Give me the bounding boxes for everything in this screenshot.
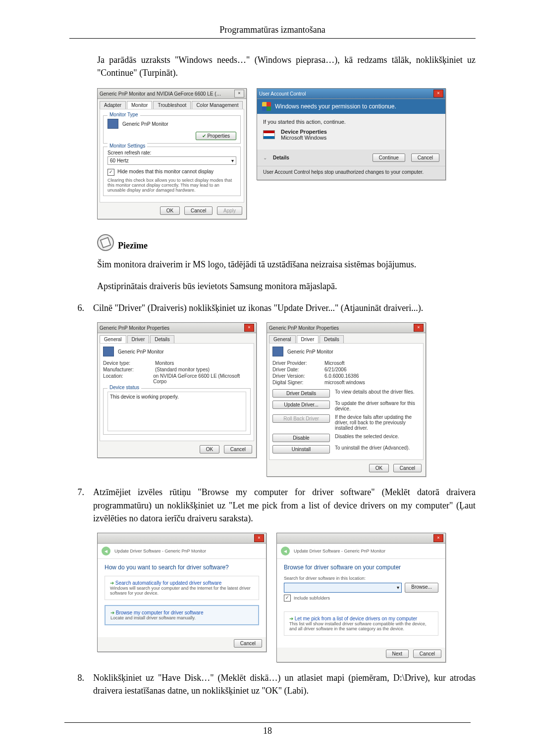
- chevron-down-icon[interactable]: ⌄: [263, 155, 267, 160]
- monitor-icon: [103, 347, 114, 356]
- continue-button[interactable]: Continue: [373, 153, 405, 162]
- close-icon[interactable]: ×: [414, 324, 424, 332]
- dialog-title: Generic PnP Monitor Properties: [100, 325, 169, 331]
- ok-button[interactable]: OK: [369, 464, 389, 472]
- note-icon: [97, 234, 114, 251]
- update-driver-button[interactable]: Update Driver...: [272, 401, 330, 409]
- label-signer: Digital Signer:: [272, 380, 320, 385]
- tab-driver[interactable]: Driver: [127, 335, 150, 343]
- cancel-button[interactable]: Cancel: [393, 464, 422, 472]
- chevron-down-icon: ▾: [231, 158, 234, 163]
- driver-details-button[interactable]: Driver Details: [272, 389, 330, 398]
- path-input[interactable]: ▾: [284, 583, 402, 593]
- rollback-driver-button[interactable]: Roll Back Driver: [272, 414, 330, 423]
- close-icon[interactable]: ×: [433, 534, 443, 542]
- label-date: Driver Date:: [272, 367, 320, 372]
- option-search-automatically[interactable]: ➔ Search automatically for updated drive…: [105, 576, 259, 600]
- monitor-icon: [272, 347, 283, 356]
- next-button[interactable]: Next: [386, 650, 409, 658]
- tab-details[interactable]: Details: [320, 335, 344, 343]
- monitor-props-general-dialog: Generic PnP Monitor Properties × General…: [97, 322, 257, 458]
- option-desc: This list will show installed driver sof…: [289, 621, 433, 631]
- properties-button[interactable]: ✔ Properties: [196, 132, 236, 140]
- update-driver-wizard-search: × ◂ Update Driver Software - Generic PnP…: [97, 533, 267, 652]
- step-text: Noklikšķiniet uz "Have Disk…" (Meklēt di…: [93, 671, 476, 697]
- browse-button[interactable]: Browse...: [405, 583, 438, 593]
- uac-program: Device Properties: [281, 129, 327, 135]
- step-number: 8.: [69, 671, 84, 697]
- tab-monitor[interactable]: Monitor: [127, 101, 152, 109]
- cancel-button[interactable]: Cancel: [411, 153, 439, 162]
- include-subfolders-checkbox[interactable]: ✓: [284, 595, 291, 602]
- monitor-icon: [107, 119, 118, 129]
- monitor-type-legend: Monitor Type: [107, 112, 140, 117]
- option-browse-computer[interactable]: ➔ Browse my computer for driver software…: [105, 605, 259, 625]
- uac-started-text: If you started this action, continue.: [263, 119, 439, 125]
- close-icon[interactable]: ×: [433, 90, 443, 98]
- wizard-crumb: Update Driver Software - Generic PnP Mon…: [294, 549, 385, 554]
- note-line-1: Šim monitora draiverim ir MS logo, tādēj…: [97, 258, 476, 271]
- dialog-title: Generic PnP Monitor Properties: [269, 325, 339, 331]
- option-desc: Windows will search your computer and th…: [110, 586, 254, 596]
- disable-button[interactable]: Disable: [272, 434, 330, 442]
- uac-headline: Windows needs your permission to contion…: [275, 103, 396, 110]
- wizard-crumb: Update Driver Software - Generic PnP Mon…: [114, 549, 206, 554]
- back-icon[interactable]: ◂: [102, 547, 110, 555]
- hide-modes-checkbox[interactable]: ✓: [107, 169, 114, 176]
- label-location: Location:: [103, 373, 148, 384]
- uninstall-desc: To uninstall the driver (Advanced).: [335, 445, 410, 451]
- apply-button[interactable]: Apply: [217, 206, 242, 215]
- intro-paragraph: Ja parādās uzraksts "Windows needs…" (Wi…: [97, 53, 476, 79]
- shield-icon: [262, 102, 271, 111]
- cancel-button[interactable]: Cancel: [184, 206, 213, 215]
- cancel-button[interactable]: Cancel: [234, 639, 262, 648]
- update-driver-wizard-browse: × ◂ Update Driver Software - Generic PnP…: [276, 533, 446, 662]
- ok-button[interactable]: OK: [160, 206, 180, 215]
- close-icon[interactable]: ×: [244, 324, 254, 332]
- uninstall-button[interactable]: Uninstall: [272, 445, 330, 454]
- cancel-button[interactable]: Cancel: [224, 445, 252, 454]
- dialog-title: Generic PnP Monitor and NVIDIA GeForce 6…: [100, 91, 223, 97]
- tab-color-management[interactable]: Color Management: [192, 101, 243, 109]
- tab-general[interactable]: General: [100, 335, 126, 343]
- value-provider: Microsoft: [324, 360, 345, 366]
- note-line-2: Apstiprinātais draiveris būs ievietots S…: [97, 280, 476, 293]
- value-signer: microsoft windows: [324, 380, 365, 385]
- tab-general[interactable]: General: [269, 335, 296, 343]
- option-title: ➔ Search automatically for updated drive…: [110, 580, 254, 586]
- tab-adapter[interactable]: Adapter: [100, 101, 126, 109]
- page-number: 18: [64, 722, 471, 736]
- note-label: Piezīme: [118, 241, 148, 251]
- uac-title: User Account Control: [259, 91, 306, 97]
- label-provider: Driver Provider:: [272, 360, 320, 366]
- device-name: Generic PnP Monitor: [287, 349, 333, 354]
- back-icon[interactable]: ◂: [281, 547, 290, 555]
- uac-details-link[interactable]: Details: [273, 155, 289, 160]
- ok-button[interactable]: OK: [200, 445, 219, 454]
- tab-troubleshoot[interactable]: Troubleshoot: [153, 101, 191, 109]
- step-text: Cilnē "Driver" (Draiveris) noklikšķiniet…: [93, 302, 476, 314]
- chevron-down-icon: ▾: [397, 585, 399, 590]
- uac-dialog: User Account Control × Windows needs you…: [257, 88, 446, 180]
- device-status-legend: Device status: [107, 385, 141, 390]
- tab-driver[interactable]: Driver: [297, 335, 319, 343]
- step-number: 7.: [69, 486, 84, 524]
- device-name: Generic PnP Monitor: [118, 349, 164, 354]
- hide-modes-label: Hide modes that this monitor cannot disp…: [117, 169, 214, 174]
- uac-publisher: Microsoft Windows: [281, 135, 327, 141]
- label-manufacturer: Manufacturer:: [103, 367, 150, 372]
- value-date: 6/21/2006: [324, 367, 347, 372]
- tab-details[interactable]: Details: [150, 335, 174, 343]
- cancel-button[interactable]: Cancel: [413, 650, 441, 658]
- uac-footer: User Account Control helps stop unauthor…: [257, 166, 445, 180]
- wizard-heading: Browse for driver software on your compu…: [284, 564, 438, 571]
- program-icon: [263, 130, 275, 139]
- option-pick-from-list[interactable]: ➔ Let me pick from a list of device driv…: [284, 611, 438, 636]
- refresh-rate-select[interactable]: 60 Hertz▾: [107, 156, 236, 165]
- hide-modes-desc: Clearing this check box allows you to se…: [107, 178, 236, 193]
- close-icon[interactable]: ×: [234, 90, 244, 98]
- search-location-label: Search for driver software in this locat…: [284, 576, 438, 581]
- monitor-name: Generic PnP Monitor: [122, 121, 168, 127]
- close-icon[interactable]: ×: [254, 534, 264, 542]
- rollback-driver-desc: If the device fails after updating the d…: [335, 414, 420, 431]
